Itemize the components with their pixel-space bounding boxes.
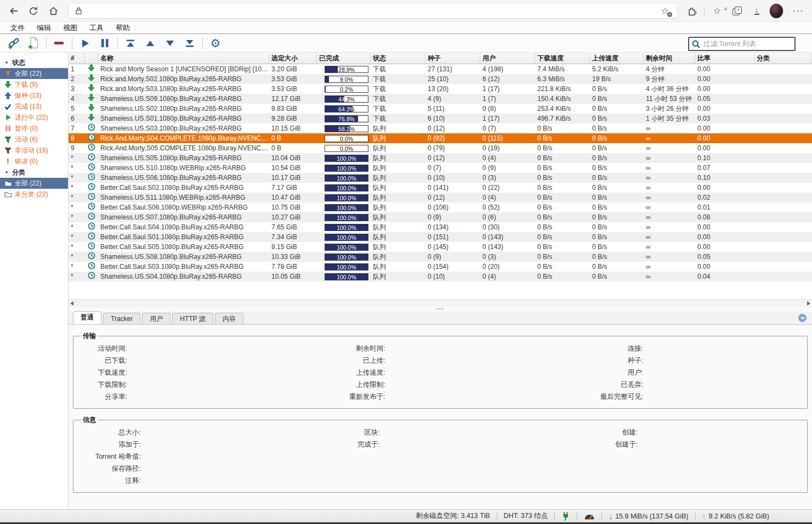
table-row[interactable]: *Better.Call.Saul.S05.1080p.BluRay.x265-… xyxy=(69,242,812,252)
sidebar-filter-downloading[interactable]: 下载 (9) xyxy=(0,79,68,90)
table-row[interactable]: *Better.Call.Saul.S02.1080p.BluRay.x265-… xyxy=(69,183,812,193)
move-up-button[interactable] xyxy=(142,36,158,50)
menu-file[interactable]: 文件 xyxy=(4,22,31,33)
sidebar-filter-completed[interactable]: 完成 (13) xyxy=(0,101,68,112)
table-row[interactable]: 5Shameless.US.S02.1080p.BluRay.x265-RARB… xyxy=(69,104,812,114)
sidebar-section-status-filters[interactable]: ▼状态 xyxy=(0,57,68,68)
column-header-peers[interactable]: 用户 xyxy=(480,53,535,64)
tab-general[interactable]: 普通 xyxy=(73,311,101,324)
filter-input[interactable] xyxy=(702,40,794,48)
column-header-dl[interactable]: 下载速度 xyxy=(535,53,590,64)
column-header-n[interactable]: # xyxy=(69,53,85,64)
move-bottom-button[interactable] xyxy=(181,36,198,50)
menu-tools[interactable]: 工具 xyxy=(83,22,110,33)
connection-status-icon[interactable] xyxy=(561,511,570,521)
alt-speed-limits-icon[interactable] xyxy=(584,512,595,520)
sidebar-filter-running[interactable]: 进行中 (22) xyxy=(0,112,68,123)
back-icon[interactable] xyxy=(7,4,21,18)
sidebar-section-category-filters[interactable]: ▼分类 xyxy=(0,167,68,178)
sidebar-category-uncategorized[interactable]: 未分类 (22) xyxy=(0,189,68,200)
sidebar-item-label: 进行中 (22) xyxy=(15,113,48,122)
column-header-seeds[interactable]: 种子 xyxy=(425,53,480,64)
table-row[interactable]: *Shameless.US.S08.1080p.BluRay.x265-RARB… xyxy=(69,252,812,262)
favorites-icon[interactable]: ☆≡ xyxy=(710,4,724,18)
table-row[interactable]: *Shameless.US.S04.1080p.BluRay.x265-RARB… xyxy=(69,272,812,281)
sidebar-filter-all[interactable]: 全部 (22) xyxy=(0,68,68,79)
tab-content[interactable]: 内容 xyxy=(215,313,243,324)
transfer-row: 最后完整可见: xyxy=(561,391,803,403)
info-label: 区块: xyxy=(320,426,380,438)
move-down-button[interactable] xyxy=(162,36,178,50)
menu-help[interactable]: 帮助 xyxy=(110,22,136,33)
panel-splitter-handle[interactable]: ··· xyxy=(69,307,812,312)
tab-http-sources[interactable]: HTTP 源 xyxy=(172,313,213,324)
table-row[interactable]: *Shameless.US.S06.1080p.BluRay.x265-RARB… xyxy=(69,173,812,183)
transfer-value xyxy=(127,391,320,403)
downloading-icon xyxy=(88,114,95,123)
table-row[interactable]: 4Shameless.US.S09.1080p.BluRay.x265-RARB… xyxy=(69,94,812,104)
table-row[interactable]: *Shameless.US.S05.1080p.BluRay.x265-RARB… xyxy=(69,153,812,163)
address-bar[interactable]: ☆+ xyxy=(68,3,678,19)
profile-avatar[interactable] xyxy=(769,4,783,18)
cell-name: Shameless.US.S08.1080p.BluRay.x265-RARBG xyxy=(98,252,269,262)
cell-eta: 11 小时 53 分钟 xyxy=(644,94,695,104)
settings-button[interactable]: ⚙ xyxy=(207,36,224,50)
collapse-panel-button[interactable] xyxy=(798,314,807,322)
extensions-icon[interactable] xyxy=(684,4,699,18)
column-header-ratio[interactable]: 比率 xyxy=(695,53,754,64)
tab-trackers[interactable]: Tracker xyxy=(103,313,140,324)
table-row[interactable]: 1Rick and Morty Season 1 [UNCENSORED] [B… xyxy=(69,64,812,74)
table-row[interactable]: *Better.Call.Saul.S01.1080p.BluRay.x265-… xyxy=(69,232,812,242)
column-header-status[interactable]: 状态 xyxy=(371,53,425,64)
delete-button[interactable] xyxy=(51,36,67,50)
column-header-state[interactable] xyxy=(85,53,98,64)
table-row[interactable]: 8Rick.And.Morty.S04.COMPLETE.1080p.Blura… xyxy=(69,133,812,143)
sidebar-filter-active[interactable]: 活动 (6) xyxy=(0,134,68,145)
cell-peers: 0 (20) xyxy=(480,262,535,272)
resume-button[interactable] xyxy=(77,36,93,50)
refresh-icon[interactable] xyxy=(26,4,41,18)
info-row: 总大小: xyxy=(78,426,320,438)
table-row[interactable]: *Better.Call.Saul.S03.1080p.BluRay.x265-… xyxy=(69,262,812,272)
sidebar-filter-seeding[interactable]: 做种 (13) xyxy=(0,90,68,101)
cell-peers: 0 (8) xyxy=(480,104,535,114)
collections-icon[interactable]: + xyxy=(730,4,744,18)
column-header-ul[interactable]: 上传速度 xyxy=(590,53,644,64)
menu-edit[interactable]: 编辑 xyxy=(31,22,57,33)
scroll-right-icon[interactable] xyxy=(807,301,810,306)
table-row[interactable]: 7Shameless.US.S03.1080p.BluRay.x265-RARB… xyxy=(69,123,812,133)
cell-peers: 0 (4) xyxy=(480,193,535,202)
progress-bar: 100.0%100.0% xyxy=(325,204,368,211)
sidebar-filter-inactive[interactable]: 非活动 (16) xyxy=(0,145,68,156)
sidebar-category-all[interactable]: 全部 (22) xyxy=(0,178,68,189)
column-header-cat[interactable]: 分类 xyxy=(754,53,812,64)
move-top-button[interactable] xyxy=(122,36,139,50)
home-icon[interactable] xyxy=(46,4,60,18)
table-row[interactable]: *Shameless.US.S07.1080p.BluRay.x265-RARB… xyxy=(69,212,812,222)
table-row[interactable]: 2Rick.and.Morty.S02.1080p.BluRay.x265-RA… xyxy=(69,74,812,84)
scroll-left-icon[interactable] xyxy=(70,301,73,306)
more-menu-icon[interactable]: ··· xyxy=(791,4,805,18)
table-row[interactable]: 6Shameless.US.S01.1080p.BluRay.x265-RARB… xyxy=(69,114,812,123)
tab-peers[interactable]: 用户 xyxy=(142,313,171,324)
add-favorite-icon[interactable]: ☆+ xyxy=(660,5,671,16)
sidebar-filter-errored[interactable]: !错误 (0) xyxy=(0,156,68,167)
menu-view[interactable]: 视图 xyxy=(57,22,83,33)
column-header-size[interactable]: 选定大小 xyxy=(269,53,317,64)
add-torrent-file-button[interactable] xyxy=(25,36,42,50)
add-torrent-link-button[interactable] xyxy=(5,36,22,50)
table-row[interactable]: 3Rick.and.Morty.S03.1080p.BluRay.x265-RA… xyxy=(69,84,812,94)
column-header-name[interactable]: 名称 xyxy=(98,53,269,64)
table-row[interactable]: *Better.Call.Saul.S06.1080p.WEBRip.x265-… xyxy=(69,202,812,212)
column-header-done[interactable]: 已完成 xyxy=(317,53,371,64)
table-row[interactable]: *Better.Call.Saul.S04.1080p.BluRay.x265-… xyxy=(69,222,812,232)
sidebar-filter-paused[interactable]: 暂停 (0) xyxy=(0,123,68,134)
cell-n: * xyxy=(69,153,85,163)
download-icon[interactable]: ↓ xyxy=(749,4,764,18)
column-header-eta[interactable]: 剩余时间 xyxy=(644,53,695,64)
cell-size: 9.83 GiB xyxy=(269,104,317,114)
table-row[interactable]: *Shameless.US.S10.1080p.WEBRip.x265-RARB… xyxy=(69,163,812,173)
table-row[interactable]: *Shameless.US.S11.1080p.WEBRip.x265-RARB… xyxy=(69,193,812,202)
table-row[interactable]: 9Rick.And.Morty.S05.COMPLETE.1080p.Blura… xyxy=(69,143,812,153)
pause-button[interactable] xyxy=(96,36,113,50)
